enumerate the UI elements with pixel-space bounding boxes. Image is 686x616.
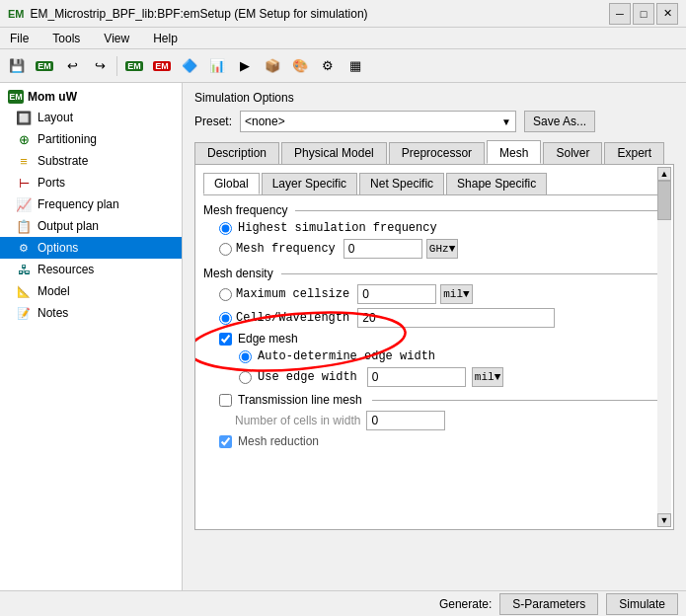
close-button[interactable]: ✕ (656, 3, 678, 25)
simulate-button[interactable]: Simulate (606, 593, 678, 615)
tb-icon2[interactable]: 📊 (204, 53, 230, 79)
content-area: Simulation Options Preset: <none> ▼ Save… (183, 83, 686, 590)
sidebar-item-output[interactable]: 📋 Output plan (0, 215, 182, 237)
menu-view[interactable]: View (98, 30, 135, 47)
menu-help[interactable]: Help (147, 30, 184, 47)
mesh-frequency-section: Mesh frequency (203, 203, 665, 217)
num-cells-row: Number of cells in width (235, 411, 665, 430)
scroll-track[interactable] (657, 181, 671, 513)
edge-mesh-checkbox[interactable] (219, 333, 232, 346)
tb-palette[interactable]: 🎨 (287, 53, 313, 79)
mesh-reduction-checkbox[interactable] (219, 435, 232, 448)
tb-em3[interactable]: EM (149, 53, 175, 79)
sidebar-label-notes: Notes (38, 306, 68, 320)
menu-file[interactable]: File (4, 30, 35, 47)
sim-options-title: Simulation Options (194, 91, 674, 105)
sidebar-label-output: Output plan (38, 219, 99, 233)
scroll-down-arrow[interactable]: ▼ (657, 513, 671, 527)
sidebar-item-substrate[interactable]: ≡ Substrate (0, 150, 182, 172)
max-cellsize-unit[interactable]: mil ▼ (440, 284, 472, 304)
tb-redo[interactable]: ↪ (87, 53, 113, 79)
radio-cells-wavelength[interactable] (219, 312, 232, 325)
num-cells-label: Number of cells in width (235, 414, 360, 427)
tb-sep1 (116, 56, 117, 76)
tab-mesh[interactable]: Mesh (487, 140, 541, 164)
minimize-button[interactable]: ─ (609, 3, 631, 25)
radio-max-cellsize-label: Maximum cellsize (236, 287, 349, 301)
sidebar-item-notes[interactable]: 📝 Notes (0, 302, 182, 324)
preset-combo[interactable]: <none> ▼ (240, 111, 516, 132)
sidebar-item-partitioning[interactable]: ⊕ Partitioning (0, 128, 182, 150)
sidebar-label-partitioning: Partitioning (38, 132, 97, 146)
generate-label: Generate: (439, 597, 492, 611)
radio-cells-wavelength-row: Cells/Wavelength (219, 308, 665, 328)
inner-tab-global[interactable]: Global (203, 173, 260, 194)
sidebar-item-ports[interactable]: ⊢ Ports (0, 172, 182, 193)
edge-width-unit-arrow: ▼ (495, 371, 501, 383)
edge-width-input[interactable] (367, 367, 466, 387)
transmission-line-divider (372, 400, 665, 401)
tab-physical-model[interactable]: Physical Model (281, 142, 387, 164)
sidebar-label-model: Model (38, 284, 70, 298)
max-cellsize-input[interactable] (357, 284, 436, 304)
maximize-button[interactable]: □ (633, 3, 654, 25)
mesh-density-section: Mesh density (203, 267, 665, 280)
radio-highest-freq[interactable] (219, 222, 232, 235)
tb-em2[interactable]: EM (121, 53, 147, 79)
layout-icon: 🔲 (16, 110, 32, 125)
inner-tab-shape-specific[interactable]: Shape Specific (446, 173, 547, 194)
tb-settings[interactable]: ⚙ (315, 53, 341, 79)
sidebar-item-layout[interactable]: 🔲 Layout (0, 107, 182, 128)
radio-auto-edge-width[interactable] (239, 350, 252, 363)
radio-highest-freq-label: Highest simulation frequency (238, 221, 437, 235)
tb-icon1[interactable]: 🔷 (177, 53, 202, 79)
tb-save[interactable]: 💾 (4, 53, 30, 79)
mesh-freq-input[interactable] (343, 239, 422, 259)
tb-cube[interactable]: 📦 (260, 53, 285, 79)
sidebar-item-frequency[interactable]: 📈 Frequency plan (0, 193, 182, 215)
app-icon: EM (8, 8, 25, 20)
inner-tab-layer-specific[interactable]: Layer Specific (262, 173, 357, 194)
mesh-freq-unit[interactable]: GHz ▼ (426, 239, 458, 259)
transmission-line-checkbox[interactable] (219, 394, 232, 407)
inner-tab-net-specific[interactable]: Net Specific (359, 173, 444, 194)
sidebar-label-resources: Resources (38, 263, 94, 276)
tb-grid[interactable]: ▦ (343, 53, 368, 79)
scrollbar[interactable]: ▲ ▼ (657, 167, 671, 527)
sidebar-item-resources[interactable]: 🖧 Resources (0, 259, 182, 280)
tab-preprocessor[interactable]: Preprocessor (389, 142, 485, 164)
sidebar-item-options[interactable]: ⚙ Options (0, 237, 182, 259)
radio-max-cellsize[interactable] (219, 288, 232, 301)
tb-em[interactable]: EM (32, 53, 57, 79)
preset-combo-arrow: ▼ (501, 116, 511, 127)
sparameters-button[interactable]: S-Parameters (499, 593, 598, 615)
tab-description[interactable]: Description (194, 142, 279, 164)
sidebar: EM Mom uW 🔲 Layout ⊕ Partitioning ≡ Subs… (0, 83, 183, 590)
sidebar-label-options: Options (38, 241, 78, 255)
main-layout: EM Mom uW 🔲 Layout ⊕ Partitioning ≡ Subs… (0, 83, 686, 590)
options-icon: ⚙ (16, 240, 32, 256)
edge-mesh-row: Edge mesh (219, 332, 665, 346)
scroll-thumb[interactable] (657, 181, 671, 220)
tb-undo[interactable]: ↩ (59, 53, 85, 79)
radio-use-edge-width[interactable] (239, 371, 252, 384)
radio-auto-edge-width-row: Auto-determine edge width (239, 349, 665, 363)
menu-tools[interactable]: Tools (46, 30, 86, 47)
edge-width-unit[interactable]: mil ▼ (472, 367, 503, 387)
cells-wavelength-input[interactable] (357, 308, 555, 328)
radio-highest-freq-row: Highest simulation frequency (219, 221, 665, 235)
radio-cells-wavelength-label: Cells/Wavelength (236, 311, 349, 325)
num-cells-input[interactable] (366, 411, 445, 430)
model-icon: 📐 (16, 283, 32, 299)
tb-run[interactable]: ▶ (232, 53, 258, 79)
sidebar-header[interactable]: EM Mom uW (0, 87, 182, 107)
titlebar-left: EM EM_Microstrip_BPF_lib:BPF:emSetup (EM… (8, 7, 368, 21)
tab-solver[interactable]: Solver (543, 142, 602, 164)
tab-expert[interactable]: Expert (604, 142, 664, 164)
sidebar-item-model[interactable]: 📐 Model (0, 280, 182, 302)
inner-tab-panel: Global Layer Specific Net Specific Shape… (194, 165, 674, 530)
sidebar-em-icon: EM (8, 90, 24, 104)
radio-mesh-freq[interactable] (219, 243, 232, 256)
save-as-button[interactable]: Save As... (524, 111, 595, 132)
scroll-up-arrow[interactable]: ▲ (657, 167, 671, 181)
